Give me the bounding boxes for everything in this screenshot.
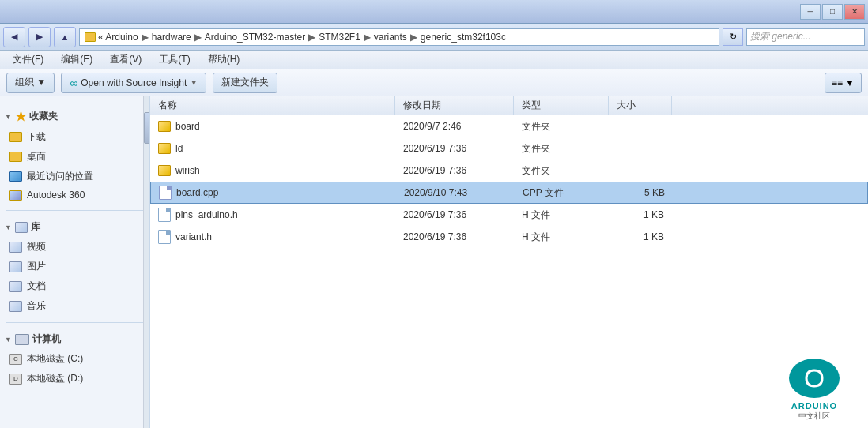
- computer-section: ▼ 计算机 C 本地磁盘 (C:) D 本地磁盘 (D:): [0, 326, 149, 392]
- sidebar-item-driveD[interactable]: D 本地磁盘 (D:): [0, 369, 149, 389]
- library-label: 库: [31, 220, 40, 234]
- path-segment[interactable]: hardware: [152, 32, 191, 43]
- col-date-header[interactable]: 修改日期: [395, 96, 514, 115]
- view-button[interactable]: ≡≡ ▼: [825, 73, 862, 93]
- file-row[interactable]: ld 2020/6/19 7:36 文件夹: [150, 137, 868, 160]
- sidebar-item-doc[interactable]: 文档: [0, 276, 149, 296]
- desktop-label: 桌面: [27, 150, 46, 163]
- minimize-button[interactable]: ─: [800, 4, 821, 20]
- doc-label: 文档: [27, 280, 46, 293]
- sidebar-item-downloads[interactable]: 下载: [0, 127, 149, 147]
- doc-icon: [9, 281, 22, 292]
- sidebar-scrollbar[interactable]: [143, 96, 149, 428]
- downloads-label: 下载: [27, 130, 46, 144]
- organize-button[interactable]: 组织 ▼: [6, 73, 55, 93]
- sidebar-item-image[interactable]: 图片: [0, 257, 149, 276]
- favorites-section: ▼ ★ 收藏夹 下载 桌面 最近访问的位置 Autodesk 360: [0, 103, 149, 207]
- favorites-header[interactable]: ▼ ★ 收藏夹: [0, 106, 149, 127]
- path-segment[interactable]: STM32F1: [319, 32, 360, 43]
- menu-view[interactable]: 查看(V): [104, 51, 148, 68]
- video-label: 视频: [27, 240, 46, 253]
- sidebar-item-autodesk[interactable]: Autodesk 360: [0, 186, 149, 204]
- path-segment[interactable]: generic_stm32f103c: [421, 32, 506, 43]
- search-box[interactable]: 搜索 generic...: [746, 28, 865, 46]
- file-date-cell: 2020/6/19 7:36: [395, 204, 514, 226]
- video-icon: [9, 242, 22, 253]
- arduino-logo: ARDUINO 中文社区: [767, 359, 862, 422]
- image-icon: [9, 261, 22, 272]
- file-date-cell: 2020/9/7 2:46: [395, 115, 514, 137]
- file-date-cell: 2020/6/19 7:36: [395, 137, 514, 160]
- arduino-circle: [789, 359, 840, 398]
- menu-edit[interactable]: 编辑(E): [55, 51, 99, 68]
- menu-help[interactable]: 帮助(H): [202, 51, 247, 68]
- scrollbar-thumb[interactable]: [144, 112, 150, 144]
- toolbar: 组织 ▼ ∞ Open with Source Insight ▼ 新建文件夹 …: [0, 69, 868, 96]
- file-row[interactable]: variant.h 2020/6/19 7:36 H 文件 1 KB: [150, 226, 868, 248]
- close-button[interactable]: ✕: [844, 4, 865, 20]
- sidebar-item-music[interactable]: 音乐: [0, 296, 149, 316]
- favorites-label: 收藏夹: [29, 110, 58, 123]
- file-type-cell: 文件夹: [514, 160, 609, 182]
- driveC-icon: C: [9, 354, 22, 365]
- file-type-cell: 文件夹: [514, 115, 609, 137]
- sidebar-item-driveC[interactable]: C 本地磁盘 (C:): [0, 349, 149, 369]
- sidebar: ▼ ★ 收藏夹 下载 桌面 最近访问的位置 Autodesk 360: [0, 96, 150, 428]
- sidebar-item-video[interactable]: 视频: [0, 237, 149, 257]
- file-type-cell: 文件夹: [514, 137, 609, 160]
- address-field[interactable]: « Arduino ▶ hardware ▶ Arduino_STM32-mas…: [79, 28, 719, 46]
- autodesk-label: Autodesk 360: [27, 190, 85, 201]
- file-type-cell: H 文件: [514, 204, 609, 226]
- desktop-icon: [9, 152, 22, 162]
- refresh-button[interactable]: ↻: [723, 28, 743, 46]
- folder-icon: [158, 165, 171, 176]
- forward-button[interactable]: ▶: [28, 27, 51, 47]
- file-name: wirish: [175, 165, 200, 176]
- file-list-area: 名称 修改日期 类型 大小 board 2020/9/7 2:46 文件夹: [150, 96, 868, 428]
- address-path: « Arduino ▶ hardware ▶ Arduino_STM32-mas…: [98, 32, 506, 43]
- file-row[interactable]: board 2020/9/7 2:46 文件夹: [150, 115, 868, 137]
- music-icon: [9, 301, 22, 312]
- file-name: variant.h: [175, 231, 212, 242]
- open-with-button[interactable]: ∞ Open with Source Insight ▼: [61, 73, 206, 93]
- file-size-cell: [609, 115, 672, 137]
- path-segment[interactable]: variants: [374, 32, 407, 43]
- music-label: 音乐: [27, 299, 46, 313]
- path-segment[interactable]: « Arduino: [98, 32, 138, 43]
- file-row[interactable]: pins_arduino.h 2020/6/19 7:36 H 文件 1 KB: [150, 204, 868, 226]
- col-size-header[interactable]: 大小: [609, 96, 672, 115]
- folder-icon: [158, 121, 171, 132]
- arduino-infinity-icon: [798, 366, 830, 390]
- autodesk-icon: [9, 190, 22, 201]
- h-icon: [158, 230, 171, 244]
- file-row-selected[interactable]: board.cpp 2020/9/10 7:43 CPP 文件 5 KB: [150, 182, 868, 204]
- computer-arrow: ▼: [5, 336, 12, 344]
- maximize-button[interactable]: □: [822, 4, 843, 20]
- library-header[interactable]: ▼ 库: [0, 217, 149, 237]
- arduino-brand: ARDUINO: [791, 401, 837, 411]
- new-folder-button[interactable]: 新建文件夹: [213, 73, 277, 93]
- path-segment[interactable]: Arduino_STM32-master: [205, 32, 305, 43]
- sidebar-item-recent[interactable]: 最近访问的位置: [0, 167, 149, 186]
- h-icon: [158, 208, 171, 222]
- col-type-header[interactable]: 类型: [514, 96, 609, 115]
- file-name-cell: wirish: [150, 160, 395, 182]
- computer-header[interactable]: ▼ 计算机: [0, 329, 149, 349]
- file-date-cell: 2020/6/19 7:36: [395, 160, 514, 182]
- title-bar: ─ □ ✕: [0, 0, 868, 24]
- back-button[interactable]: ◀: [3, 27, 25, 47]
- up-button[interactable]: ▲: [54, 27, 76, 47]
- file-date-cell: 2020/9/10 7:43: [396, 182, 515, 203]
- main-area: ▼ ★ 收藏夹 下载 桌面 最近访问的位置 Autodesk 360: [0, 96, 868, 428]
- folder-icon: [85, 32, 96, 42]
- arduino-community: 中文社区: [798, 411, 830, 422]
- menu-tools[interactable]: 工具(T): [153, 51, 196, 68]
- menu-file[interactable]: 文件(F): [6, 51, 50, 68]
- file-row[interactable]: wirish 2020/6/19 7:36 文件夹: [150, 160, 868, 182]
- sidebar-item-desktop[interactable]: 桌面: [0, 147, 149, 167]
- col-name-header[interactable]: 名称: [150, 96, 395, 115]
- file-type-cell: CPP 文件: [515, 182, 609, 203]
- file-size-cell: 1 KB: [609, 204, 672, 226]
- computer-icon: [15, 334, 29, 345]
- column-headers: 名称 修改日期 类型 大小: [150, 96, 868, 115]
